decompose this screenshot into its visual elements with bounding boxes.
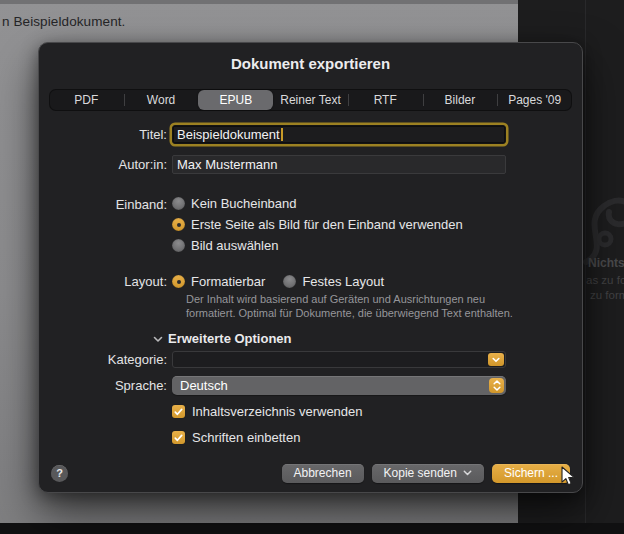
title-input[interactable]: Beispieldokument	[172, 125, 506, 144]
language-row: Sprache: Deutsch	[39, 376, 582, 395]
screen: { "colors":{ "accent_gold":"#DFA339", "d…	[0, 0, 624, 534]
chevron-down-icon	[463, 470, 472, 476]
checkbox-checked-icon	[172, 405, 185, 418]
radio-selected-icon	[172, 275, 185, 288]
radio-formatierbar[interactable]: Formatierbar	[172, 274, 265, 289]
cover-label: Einband:	[39, 196, 167, 212]
checkbox-inhaltsverzeichnis[interactable]: Inhaltsverzeichnis verwenden	[172, 404, 363, 419]
author-row: Autor:in: Max Mustermann	[39, 155, 582, 174]
radio-erste-seite-als-bild[interactable]: Erste Seite als Bild für den Einband ver…	[172, 217, 463, 232]
save-button[interactable]: Sichern ...	[492, 464, 570, 483]
send-copy-button[interactable]: Kopie senden	[372, 464, 484, 483]
popup-updown-button[interactable]	[489, 378, 504, 393]
advanced-options-label: Erweiterte Optionen	[168, 331, 292, 346]
mouse-cursor	[560, 466, 576, 487]
export-format-segmented-control: PDF Word EPUB Reiner Text RTF Bilder Pag…	[49, 89, 572, 111]
category-row: Kategorie:	[39, 351, 582, 368]
chevron-down-icon	[39, 335, 167, 343]
title-input-value: Beispieldokument	[177, 127, 280, 142]
advanced-options-disclosure[interactable]: Erweiterte Optionen	[39, 331, 292, 346]
radio-selected-icon	[172, 218, 185, 231]
author-input[interactable]: Max Mustermann	[172, 155, 506, 174]
author-label: Autor:in:	[39, 157, 167, 172]
author-input-value: Max Mustermann	[177, 157, 277, 172]
dialog-footer: ? Abbrechen Kopie senden Sichern ...	[51, 463, 570, 483]
document-top-strip	[0, 0, 518, 4]
tab-rtf[interactable]: RTF	[348, 89, 423, 111]
help-button[interactable]: ?	[51, 465, 68, 482]
language-label: Sprache:	[39, 378, 167, 393]
paintbrush-icon	[578, 182, 624, 267]
chevron-down-icon	[492, 357, 500, 363]
category-label: Kategorie:	[39, 352, 167, 367]
cancel-button[interactable]: Abbrechen	[282, 464, 364, 483]
radio-icon	[172, 197, 185, 210]
category-value	[173, 355, 177, 369]
tab-pdf[interactable]: PDF	[49, 89, 124, 111]
radio-bild-auswaehlen[interactable]: Bild auswählen	[172, 238, 463, 253]
window-bottom-bar	[0, 523, 624, 534]
layout-label: Layout:	[39, 274, 167, 289]
radio-icon	[172, 239, 185, 252]
fonts-checkbox-row: Schriften einbetten	[39, 430, 582, 445]
tab-word[interactable]: Word	[124, 89, 199, 111]
combo-dropdown-button[interactable]	[488, 353, 504, 366]
document-body-text: n Beispieldokument.	[2, 14, 125, 29]
text-caret	[281, 128, 283, 141]
inspector-empty-state-line2: as zu fo	[586, 274, 624, 286]
tab-reiner-text[interactable]: Reiner Text	[273, 89, 348, 111]
inspector-divider	[585, 0, 586, 534]
layout-description: Der Inhalt wird basierend auf Geräten un…	[186, 293, 531, 320]
language-value: Deutsch	[180, 378, 228, 393]
chevron-up-icon	[493, 380, 501, 385]
tab-epub[interactable]: EPUB	[198, 90, 273, 110]
radio-kein-bucheinband[interactable]: Kein Bucheinband	[172, 196, 463, 211]
radio-icon	[283, 275, 296, 288]
inspector-empty-state-line1: Nichts a	[588, 256, 624, 270]
cover-section: Einband: Kein Bucheinband Erste Seite al…	[39, 196, 582, 253]
radio-festes-layout[interactable]: Festes Layout	[283, 274, 384, 289]
title-label: Titel:	[39, 127, 167, 142]
title-row: Titel: Beispieldokument	[39, 125, 582, 144]
export-dialog: Dokument exportieren PDF Word EPUB Reine…	[38, 42, 583, 493]
category-combobox[interactable]	[172, 351, 506, 368]
tab-bilder[interactable]: Bilder	[423, 89, 498, 111]
layout-row: Layout: Formatierbar Festes Layout	[39, 274, 582, 289]
chevron-down-icon	[493, 386, 501, 391]
inspector-empty-state-line3: zu form	[590, 289, 624, 301]
tab-pages-09[interactable]: Pages '09	[497, 89, 572, 111]
checkbox-schriften-einbetten[interactable]: Schriften einbetten	[172, 430, 300, 445]
dialog-title: Dokument exportieren	[39, 55, 582, 72]
language-popup[interactable]: Deutsch	[172, 376, 506, 395]
toc-checkbox-row: Inhaltsverzeichnis verwenden	[39, 404, 582, 419]
checkbox-checked-icon	[172, 431, 185, 444]
